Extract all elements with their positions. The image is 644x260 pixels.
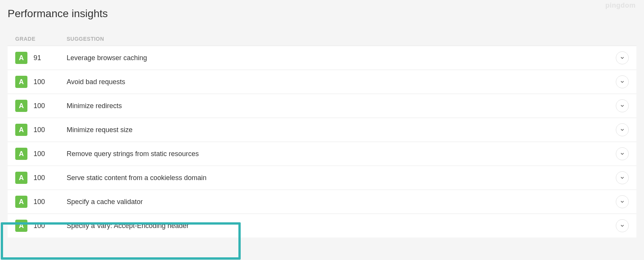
suggestion-text: Specify a cache validator: [67, 198, 616, 206]
grade-badge: A: [15, 52, 27, 64]
insight-row[interactable]: A 100 Minimize redirects: [8, 94, 636, 118]
insight-row[interactable]: A 100 Specify a Vary: Accept-Encoding he…: [8, 214, 636, 238]
expand-button[interactable]: [616, 51, 629, 64]
grade-badge: A: [15, 148, 27, 160]
chevron-down-icon: [620, 223, 625, 228]
grade-badge: A: [15, 172, 27, 184]
insight-row[interactable]: A 100 Minimize request size: [8, 118, 636, 142]
header-suggestion: SUGGESTION: [67, 36, 629, 42]
grade-score: 100: [34, 150, 67, 158]
expand-button[interactable]: [616, 219, 629, 232]
suggestion-text: Remove query strings from static resourc…: [67, 150, 616, 158]
expand-button[interactable]: [616, 147, 629, 160]
insights-panel: pingdom Performance insights GRADE SUGGE…: [0, 0, 644, 260]
suggestion-text: Specify a Vary: Accept-Encoding header: [67, 222, 616, 230]
chevron-down-icon: [620, 175, 625, 180]
grade-score: 100: [34, 126, 67, 134]
expand-button[interactable]: [616, 195, 629, 208]
suggestion-text: Leverage browser caching: [67, 54, 616, 62]
expand-button[interactable]: [616, 123, 629, 136]
insight-row[interactable]: A 91 Leverage browser caching: [8, 46, 636, 70]
chevron-down-icon: [620, 199, 625, 204]
grade-score: 100: [34, 78, 67, 86]
grade-score: 100: [34, 222, 67, 230]
grade-badge: A: [15, 76, 27, 88]
header-grade: GRADE: [15, 36, 67, 42]
chevron-down-icon: [620, 127, 625, 132]
chevron-down-icon: [620, 55, 625, 61]
chevron-down-icon: [620, 151, 625, 156]
grade-badge: A: [15, 124, 27, 136]
suggestion-text: Minimize redirects: [67, 102, 616, 110]
page-title: Performance insights: [8, 8, 636, 20]
insight-row[interactable]: A 100 Serve static content from a cookie…: [8, 166, 636, 190]
grade-badge: A: [15, 196, 27, 208]
watermark: pingdom: [606, 2, 636, 10]
expand-button[interactable]: [616, 99, 629, 112]
chevron-down-icon: [620, 103, 625, 108]
grade-score: 100: [34, 198, 67, 206]
grade-badge: A: [15, 220, 27, 232]
expand-button[interactable]: [616, 75, 629, 88]
insight-row[interactable]: A 100 Specify a cache validator: [8, 190, 636, 214]
table-header: GRADE SUGGESTION: [8, 30, 636, 46]
expand-button[interactable]: [616, 171, 629, 184]
suggestion-text: Serve static content from a cookieless d…: [67, 174, 616, 182]
grade-score: 100: [34, 102, 67, 110]
insight-row[interactable]: A 100 Avoid bad requests: [8, 70, 636, 94]
chevron-down-icon: [620, 79, 625, 85]
grade-score: 100: [34, 174, 67, 182]
suggestion-text: Avoid bad requests: [67, 78, 616, 86]
grade-badge: A: [15, 100, 27, 112]
suggestion-text: Minimize request size: [67, 126, 616, 134]
insight-row[interactable]: A 100 Remove query strings from static r…: [8, 142, 636, 166]
grade-score: 91: [34, 54, 67, 62]
